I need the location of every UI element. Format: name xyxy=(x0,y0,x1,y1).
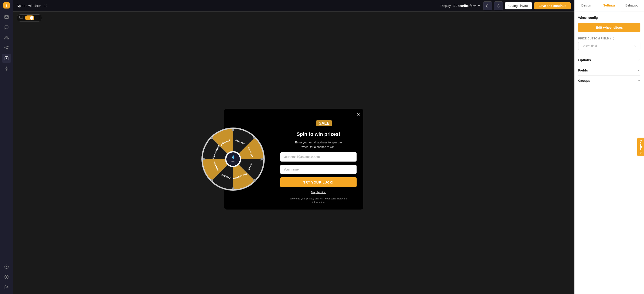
wheel-section: Free shipping 15% OFF Next time Secret g… xyxy=(224,109,274,210)
svg-point-40 xyxy=(226,152,240,166)
panel-content: Wheel config Edit wheel slices PRIZE CUS… xyxy=(574,11,644,294)
groups-title: Groups xyxy=(578,79,590,82)
popup-subtitle: Enter your email address to spin the whe… xyxy=(295,140,342,149)
tab-design[interactable]: Design xyxy=(574,0,598,11)
mobile-icon[interactable] xyxy=(36,16,40,20)
name-input[interactable] xyxy=(280,165,356,174)
privacy-text: We value your privacy and will never sen… xyxy=(290,197,347,204)
svg-point-28 xyxy=(202,158,205,160)
email-input[interactable] xyxy=(280,152,356,161)
no-thanks-link[interactable]: No, thanks. xyxy=(311,190,326,194)
svg-point-14 xyxy=(6,277,7,278)
topbar-actions: Change layout Save and continue xyxy=(483,1,571,10)
wheel-container: Free shipping 15% OFF Next time Secret g… xyxy=(200,127,266,192)
device-toggle-switch[interactable] xyxy=(25,15,34,20)
sidebar-item-send[interactable] xyxy=(2,43,11,52)
sidebar-item-automation[interactable] xyxy=(2,64,11,73)
fields-title: Fields xyxy=(578,68,588,72)
popup-close-button[interactable]: ✕ xyxy=(356,112,360,117)
edit-wheel-button[interactable]: Edit wheel slices xyxy=(578,23,640,32)
tab-behaviour[interactable]: Behaviour xyxy=(621,0,644,11)
display-selector[interactable]: Display: Subscribe form xyxy=(440,4,481,8)
sidebar-item-info[interactable] xyxy=(2,262,11,271)
device-toggle xyxy=(16,14,42,21)
sale-tag-icon: 🏷 SALE xyxy=(305,117,332,128)
sidebar: S xyxy=(0,0,13,294)
feedback-button[interactable]: Feedback xyxy=(637,138,644,156)
svg-text:💧: 💧 xyxy=(231,155,235,159)
app-logo: S xyxy=(3,2,10,8)
sidebar-item-inbox[interactable] xyxy=(2,12,11,21)
display-label: Display: xyxy=(440,4,452,8)
prize-field-select[interactable]: Select field xyxy=(578,42,640,50)
options-chevron-icon xyxy=(637,58,640,62)
wheel-config-title: Wheel config xyxy=(578,16,640,19)
sidebar-item-contacts[interactable] xyxy=(2,33,11,42)
redo-button[interactable] xyxy=(494,1,503,10)
popup-title: Spin to win prizes! xyxy=(297,131,340,137)
form-name: Spin-to-win form xyxy=(16,4,41,8)
panel-tabs: Design Settings Behaviour xyxy=(574,0,644,11)
tab-settings[interactable]: Settings xyxy=(598,0,621,11)
main-area: Spin-to-win form Display: Subscribe form xyxy=(13,0,574,294)
sidebar-item-logout[interactable] xyxy=(2,283,11,292)
sidebar-item-chat[interactable] xyxy=(2,23,11,32)
prize-field-info-icon[interactable]: i xyxy=(610,37,614,40)
sidebar-item-settings[interactable] xyxy=(2,273,11,282)
save-continue-button[interactable]: Save and continue xyxy=(534,2,571,9)
options-section[interactable]: Options xyxy=(578,55,640,65)
svg-point-26 xyxy=(232,187,234,190)
topbar: Spin-to-win form Display: Subscribe form xyxy=(13,0,574,12)
svg-text:S: S xyxy=(6,4,8,7)
fields-section[interactable]: Fields xyxy=(578,65,640,75)
dropdown-chevron-icon xyxy=(478,4,480,7)
display-value: Subscribe form xyxy=(453,4,476,8)
svg-point-23 xyxy=(253,137,256,139)
spin-popup: ✕ xyxy=(224,109,363,210)
try-luck-button[interactable]: TRY YOUR LUCK! xyxy=(280,177,356,187)
svg-point-22 xyxy=(232,129,234,131)
svg-marker-10 xyxy=(5,67,8,71)
sidebar-item-forms[interactable] xyxy=(2,54,11,63)
device-bar xyxy=(13,12,574,24)
form-section: 🏷 SALE Spin to win prizes! Enter your em… xyxy=(274,109,363,210)
fields-chevron-icon xyxy=(637,69,640,72)
prize-field-placeholder: Select field xyxy=(582,44,597,48)
select-chevron-icon xyxy=(634,44,637,47)
groups-chevron-icon xyxy=(637,79,640,82)
desktop-icon[interactable] xyxy=(19,15,23,20)
spin-wheel[interactable]: Free shipping 15% OFF Next time Secret g… xyxy=(200,127,266,192)
prize-field-label: PRIZE CUSTOM FIELD i xyxy=(578,37,640,40)
groups-section[interactable]: Groups xyxy=(578,75,640,86)
canvas-area: ✕ xyxy=(13,24,574,294)
feedback-wrapper: Feedback xyxy=(637,138,644,156)
svg-point-29 xyxy=(210,137,213,139)
undo-button[interactable] xyxy=(483,1,492,10)
right-panel: Design Settings Behaviour Wheel config E… xyxy=(574,0,644,294)
change-layout-button[interactable]: Change layout xyxy=(505,2,532,9)
svg-point-25 xyxy=(253,179,256,181)
edit-name-icon[interactable] xyxy=(44,3,48,8)
svg-text:Leap: Leap xyxy=(231,160,235,162)
svg-point-3 xyxy=(5,36,7,38)
svg-rect-16 xyxy=(20,16,23,18)
svg-point-27 xyxy=(210,179,213,181)
options-title: Options xyxy=(578,58,591,62)
